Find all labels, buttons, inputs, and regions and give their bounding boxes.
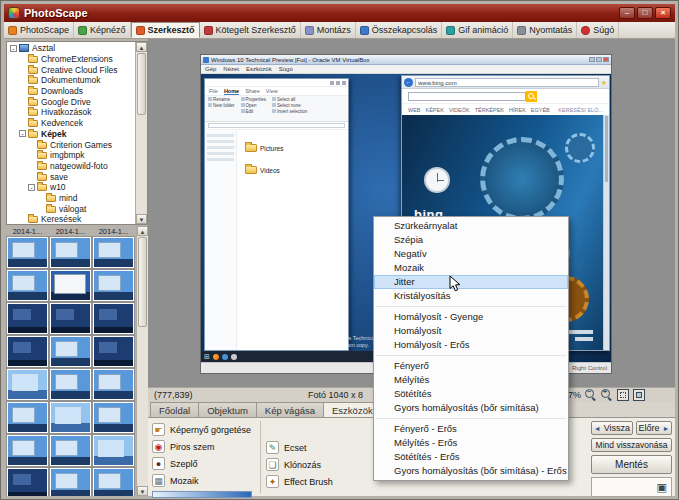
tree-scrollbar[interactable]: ▲ ▼ bbox=[135, 42, 147, 224]
thumbnail[interactable] bbox=[93, 369, 134, 400]
menu-item-negatív[interactable]: Negatív bbox=[374, 247, 568, 261]
tree-item-w10[interactable]: -w10 bbox=[8, 182, 134, 193]
ribbon-tab-share[interactable]: Share bbox=[245, 88, 260, 94]
thumbnail[interactable] bbox=[93, 336, 134, 367]
tree-item-hivatkozások[interactable]: Hivatkozások bbox=[8, 107, 134, 118]
ribbon-command-invert-selection[interactable]: Invert selection bbox=[272, 109, 307, 115]
menu-item-szürkeárnyalat[interactable]: Szürkeárnyalat bbox=[374, 219, 568, 233]
thumbnail[interactable] bbox=[7, 402, 48, 433]
vm-menu-eszközök[interactable]: Eszközök bbox=[246, 66, 272, 72]
bing-nav-right[interactable]: KERESÉSI ELŐ... bbox=[558, 107, 603, 113]
tab-képnéző[interactable]: Képnéző bbox=[74, 22, 131, 38]
scroll-up-icon[interactable]: ▲ bbox=[136, 42, 147, 52]
tool-képernyő-görgetése[interactable]: ☛Képernyő görgetése bbox=[152, 421, 258, 438]
tab-szerkesztő[interactable]: Szerkesztő bbox=[131, 22, 200, 38]
tree-item-natgeowild-foto[interactable]: natgeowild-foto bbox=[8, 161, 134, 172]
thumbnail[interactable] bbox=[50, 468, 91, 496]
menu-item-homályosít[interactable]: Homályosít bbox=[374, 324, 568, 338]
thumbnail[interactable] bbox=[7, 468, 48, 496]
collapse-icon[interactable]: - bbox=[19, 130, 26, 137]
ribbon-tab-home[interactable]: Home bbox=[224, 88, 239, 95]
thumbnail[interactable] bbox=[93, 270, 134, 301]
close-button[interactable]: × bbox=[655, 7, 671, 19]
tree-item-downloads[interactable]: Downloads bbox=[8, 86, 134, 97]
explorer-item-pictures[interactable]: Pictures bbox=[237, 137, 348, 159]
menu-item-gyors-homályosítás-bőr-simítása[interactable]: Gyors homályosítás (bőr simítása) bbox=[374, 401, 568, 415]
crop-icon[interactable]: ▣ bbox=[657, 481, 667, 494]
bing-nav-térképek[interactable]: TÉRKÉPEK bbox=[475, 107, 504, 113]
menu-item-mélyítés-erős[interactable]: Mélyítés - Erős bbox=[374, 436, 568, 450]
bing-nav-hírek[interactable]: HÍREK bbox=[509, 107, 526, 113]
explorer-item-videos[interactable]: Videos bbox=[237, 159, 348, 181]
tree-item-criterion-games[interactable]: Criterion Games bbox=[8, 139, 134, 150]
maximize-button[interactable]: □ bbox=[637, 7, 653, 19]
menu-item-fényerő-erős[interactable]: Fényerő - Erős bbox=[374, 422, 568, 436]
thumbnail[interactable] bbox=[7, 435, 48, 466]
tool-ecset[interactable]: ✎Ecset bbox=[266, 439, 378, 456]
bing-nav-videók[interactable]: VIDEÓK bbox=[449, 107, 470, 113]
ribbon-tab-view[interactable]: View bbox=[266, 88, 278, 94]
tab-főoldal[interactable]: Főoldal bbox=[150, 402, 199, 418]
undo-button[interactable]: ◄ Vissza bbox=[591, 421, 633, 435]
menu-item-fényerő[interactable]: Fényerő bbox=[374, 359, 568, 373]
tab-kötegelt-szerkesztő[interactable]: Kötegelt Szerkesztő bbox=[200, 22, 301, 38]
bing-nav-képek[interactable]: KÉPEK bbox=[426, 107, 444, 113]
thumbnail[interactable] bbox=[50, 270, 91, 301]
tool-szeplő[interactable]: ●Szeplő bbox=[152, 455, 258, 472]
tab-photoscape[interactable]: PhotoScape bbox=[4, 22, 74, 38]
menu-item-mélyítés[interactable]: Mélyítés bbox=[374, 373, 568, 387]
thumbnail-scrollbar[interactable]: ▲ ▼ bbox=[136, 226, 148, 496]
thumbnail[interactable] bbox=[7, 270, 48, 301]
brush-size-slider[interactable] bbox=[152, 491, 252, 498]
undo-all-button[interactable]: Mind visszavonása bbox=[591, 438, 672, 452]
fit-screen-icon[interactable] bbox=[617, 389, 629, 401]
bing-nav-egyéb[interactable]: EGYÉB bbox=[531, 107, 550, 113]
menu-item-mozaik[interactable]: Mozaik bbox=[374, 261, 568, 275]
redo-button[interactable]: Előre ► bbox=[636, 421, 672, 435]
scroll-down-icon[interactable]: ▼ bbox=[136, 214, 147, 224]
bing-nav-web[interactable]: WEB bbox=[408, 107, 421, 113]
tree-item-mind[interactable]: mind bbox=[8, 193, 134, 204]
minimize-button[interactable]: – bbox=[619, 7, 635, 19]
thumbnail[interactable] bbox=[50, 402, 91, 433]
thumbnail[interactable] bbox=[93, 468, 134, 496]
vm-menu-gép[interactable]: Gép bbox=[205, 66, 216, 72]
tree-item-asztal[interactable]: -Asztal bbox=[8, 43, 134, 54]
tree-item-dokumentumok[interactable]: Dokumentumok bbox=[8, 75, 134, 86]
thumbnail[interactable] bbox=[50, 435, 91, 466]
tree-item-chromeextensions[interactable]: ChromeExtensions bbox=[8, 54, 134, 65]
thumb-scroll-thumb[interactable] bbox=[138, 237, 147, 327]
tree-item-save[interactable]: save bbox=[8, 171, 134, 182]
menu-item-jitter[interactable]: Jitter bbox=[374, 275, 568, 289]
collapse-icon[interactable]: - bbox=[10, 45, 17, 52]
thumbnail[interactable] bbox=[93, 435, 134, 466]
menu-item-sötétítés-erős[interactable]: Sötétítés - Erős bbox=[374, 450, 568, 464]
menu-item-sötétítés[interactable]: Sötétítés bbox=[374, 387, 568, 401]
tab-súgó[interactable]: Súgó bbox=[577, 22, 619, 38]
thumbnail[interactable] bbox=[50, 303, 91, 334]
tab-összekapcsolás[interactable]: Összekapcsolás bbox=[356, 22, 443, 38]
ribbon-command-new-folder[interactable]: New folder bbox=[208, 103, 235, 109]
thumbnail[interactable] bbox=[93, 303, 134, 334]
tab-kép-vágása[interactable]: Kép vágása bbox=[257, 402, 324, 418]
thumbnail[interactable] bbox=[50, 237, 91, 268]
zoom-in-icon[interactable]: + bbox=[601, 389, 613, 401]
thumbnail[interactable] bbox=[7, 237, 48, 268]
tree-item-google-drive[interactable]: Google Drive bbox=[8, 96, 134, 107]
menu-item-szépia[interactable]: Szépia bbox=[374, 233, 568, 247]
thumbnail[interactable] bbox=[50, 369, 91, 400]
tree-scroll-thumb[interactable] bbox=[137, 53, 146, 115]
actual-size-icon[interactable] bbox=[633, 389, 645, 401]
zoom-out-icon[interactable]: − bbox=[585, 389, 597, 401]
menu-item-gyors-homályosítás-bőr-simítása-erős[interactable]: Gyors homályosítás (bőr simítása) - Erős bbox=[374, 464, 568, 478]
tree-item-imgbmpk[interactable]: imgbmpk bbox=[8, 150, 134, 161]
tool-effect-brush[interactable]: ✦Effect Brush bbox=[266, 473, 378, 490]
tree-item-creative-cloud-files[interactable]: Creative Cloud Files bbox=[8, 64, 134, 75]
tree-item-válogat[interactable]: válogat bbox=[8, 203, 134, 214]
scroll-down-icon[interactable]: ▼ bbox=[137, 486, 148, 496]
scroll-up-icon[interactable]: ▲ bbox=[137, 226, 148, 236]
tree-item-kedvencek[interactable]: Kedvencek bbox=[8, 118, 134, 129]
thumbnail[interactable] bbox=[7, 369, 48, 400]
vm-menu-súgó[interactable]: Súgó bbox=[279, 66, 293, 72]
tool-klónozás[interactable]: ❏Klónozás bbox=[266, 456, 378, 473]
